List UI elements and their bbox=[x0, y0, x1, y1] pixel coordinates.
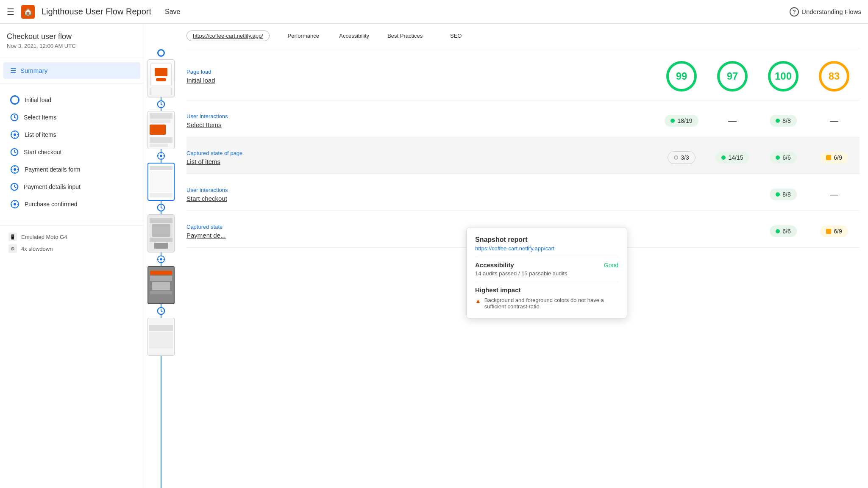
tooltip-accessibility-label: Accessibility bbox=[475, 261, 514, 269]
score-pill-33: 3/3 bbox=[668, 151, 695, 164]
tooltip-impact-title: Highest impact bbox=[475, 286, 618, 294]
nav-list: Initial load Select Items bbox=[0, 88, 144, 216]
slowdown-label: 4x slowdown bbox=[21, 246, 53, 252]
svg-point-31 bbox=[160, 155, 162, 157]
pill-value-88-1: 8/8 bbox=[782, 117, 790, 124]
pill-value-1415: 14/15 bbox=[728, 154, 743, 161]
thumbnail-4 bbox=[147, 214, 175, 252]
svg-point-40 bbox=[160, 258, 162, 260]
help-link[interactable]: ? Understanding Flows bbox=[790, 7, 861, 17]
section-select-items: User interactions Select Items 18/19 — bbox=[186, 100, 860, 137]
timeline-thumb-3[interactable] bbox=[147, 152, 175, 203]
nav-item-purchase-confirmed[interactable]: Purchase confirmed bbox=[0, 195, 144, 213]
score-cell-acc-3: 14/15 bbox=[707, 151, 758, 164]
dot-green-5 bbox=[776, 192, 780, 197]
score-cell-seo-4: — bbox=[809, 189, 860, 200]
sidebar: Checkout user flow Nov 3, 2021, 12:00 AM… bbox=[0, 24, 144, 488]
score-pill-1819: 18/19 bbox=[665, 115, 698, 127]
timeline-thumb-5[interactable] bbox=[147, 255, 175, 307]
nav-item-initial-load[interactable]: Initial load bbox=[0, 91, 144, 109]
snapshot-icon-3 bbox=[10, 200, 19, 209]
sidebar-divider-1 bbox=[0, 58, 144, 58]
timeline-thumb-4[interactable] bbox=[147, 203, 175, 255]
clock-icon-thumb4 bbox=[157, 203, 165, 212]
section-type-start-checkout: User interactions bbox=[186, 187, 656, 193]
pill-value-69-2: 6/9 bbox=[834, 228, 842, 235]
clock-icon-thumb6 bbox=[157, 307, 165, 315]
nav-label-payment-input: Payment details input bbox=[24, 183, 81, 190]
snapshot-tooltip: Snapshot report https://coffee-cart.netl… bbox=[466, 227, 627, 319]
section-name-start-checkout[interactable]: Start checkout bbox=[186, 195, 656, 202]
thumbnail-6 bbox=[147, 318, 175, 356]
tooltip-url[interactable]: https://coffee-cart.netlify.app/cart bbox=[475, 245, 618, 252]
score-cells-initial-load: 99 97 100 83 bbox=[656, 61, 860, 92]
score-cell-perf-5 bbox=[656, 225, 707, 237]
timeline-thumb-2[interactable] bbox=[147, 100, 175, 152]
svg-line-11 bbox=[14, 152, 16, 153]
device-label: Emulated Moto G4 bbox=[21, 234, 67, 240]
nav-item-list-of-items[interactable]: List of items bbox=[0, 126, 144, 144]
score-cell-perf-3: 3/3 bbox=[656, 151, 707, 164]
score-cell-seo-5: 6/9 bbox=[809, 225, 860, 237]
url-chip[interactable]: https://coffee-cart.netlify.app/ bbox=[186, 30, 270, 41]
top-nav: ☰ 🏠 Lighthouse User Flow Report Save ? U… bbox=[0, 0, 868, 24]
score-circle-100: 100 bbox=[768, 61, 798, 92]
help-icon: ? bbox=[790, 7, 799, 17]
nav-item-payment-input[interactable]: Payment details input bbox=[0, 178, 144, 195]
snapshot-icon-2 bbox=[10, 165, 19, 174]
dot-green-6 bbox=[776, 229, 780, 233]
nav-label-list-of-items: List of items bbox=[25, 131, 56, 138]
score-circle-99: 99 bbox=[666, 61, 697, 92]
timeline-thumb-1[interactable] bbox=[147, 49, 175, 100]
score-cell-acc-5 bbox=[707, 225, 758, 237]
section-type-list-of-items: Captured state of page bbox=[186, 150, 656, 156]
score-pill-69-1: 6/9 bbox=[820, 152, 848, 164]
section-name-list-of-items[interactable]: List of items bbox=[186, 158, 656, 165]
svg-point-13 bbox=[14, 168, 16, 171]
score-circle-83: 83 bbox=[819, 61, 849, 92]
nav-item-select-items[interactable]: Select Items bbox=[0, 109, 144, 126]
nav-label-start-checkout: Start checkout bbox=[24, 149, 62, 155]
nav-label-select-items: Select Items bbox=[24, 114, 56, 121]
summary-nav-item[interactable]: ☰ Summary bbox=[3, 62, 140, 79]
score-pill-66-1: 6/6 bbox=[770, 152, 796, 164]
nav-item-start-checkout[interactable]: Start checkout bbox=[0, 144, 144, 161]
score-cell-bp-5: 6/6 bbox=[758, 225, 809, 237]
pill-value-33: 3/3 bbox=[681, 154, 689, 161]
clock-icon bbox=[10, 113, 19, 122]
help-text: Understanding Flows bbox=[801, 8, 861, 15]
section-info-select-items: User interactions Select Items bbox=[186, 113, 656, 128]
section-name-select-items[interactable]: Select Items bbox=[186, 121, 656, 128]
sidebar-divider-2 bbox=[0, 83, 144, 83]
nav-label-payment-form: Payment details form bbox=[25, 166, 81, 173]
flow-date: Nov 3, 2021, 12:00 AM UTC bbox=[7, 43, 137, 49]
section-name-initial-load[interactable]: Initial load bbox=[186, 77, 656, 84]
hamburger-icon[interactable]: ☰ bbox=[7, 7, 14, 17]
score-cells-payment-details: 6/6 6/9 bbox=[656, 225, 860, 237]
snapshot-icon-thumb3 bbox=[157, 152, 165, 160]
nav-label-initial-load: Initial load bbox=[25, 97, 51, 103]
score-pill-88-1: 8/8 bbox=[770, 115, 796, 127]
tooltip-impact-item: ▲ Background and foreground colors do no… bbox=[475, 297, 618, 310]
tooltip-impact-text: Background and foreground colors do not … bbox=[484, 297, 618, 310]
tooltip-title: Snapshot report bbox=[475, 236, 618, 244]
nav-item-payment-form[interactable]: Payment details form bbox=[0, 161, 144, 178]
score-cell-bp-2: 8/8 bbox=[758, 115, 809, 127]
timeline-thumb-6[interactable] bbox=[147, 307, 175, 358]
dot-green-4 bbox=[776, 155, 780, 160]
section-initial-load: Page load Initial load 99 97 100 bbox=[186, 48, 860, 100]
score-cell-acc-1: 97 bbox=[707, 61, 758, 92]
score-pill-66-2: 6/6 bbox=[770, 225, 796, 237]
score-cell-seo-3: 6/9 bbox=[809, 151, 860, 164]
circle-icon bbox=[10, 95, 19, 105]
pill-value-66-2: 6/6 bbox=[782, 228, 790, 235]
score-cell-bp-4: 8/8 bbox=[758, 189, 809, 200]
slowdown-icon: ⚙ bbox=[8, 244, 17, 253]
pill-value-1819: 18/19 bbox=[677, 117, 692, 124]
dash-1: — bbox=[728, 116, 737, 126]
section-row-list-of-items: Captured state of page List of items 3/3 bbox=[186, 150, 860, 165]
timeline-thumbnails bbox=[144, 49, 178, 358]
score-cell-bp-3: 6/6 bbox=[758, 151, 809, 164]
section-info-start-checkout: User interactions Start checkout bbox=[186, 187, 656, 202]
save-button[interactable]: Save bbox=[165, 8, 180, 16]
